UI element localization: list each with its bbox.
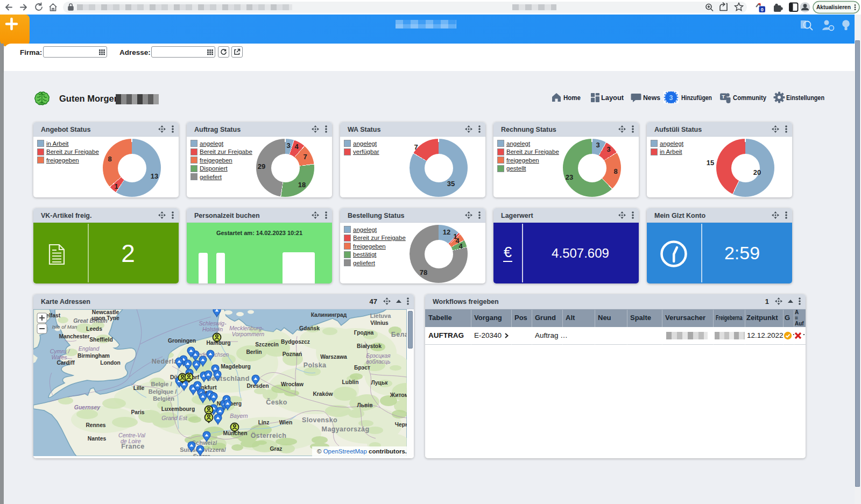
svg-text:Aktualisieren: Aktualisieren [816, 4, 851, 10]
svg-text:London: London [100, 360, 121, 366]
svg-text:T: T [722, 94, 725, 100]
svg-text:Isle of Man: Isle of Man [52, 324, 77, 330]
svg-text:Belgien: Belgien [153, 395, 174, 402]
svg-text:Vorpommern: Vorpommern [232, 331, 264, 337]
svg-text:© OpenStreetMap contributors.: © OpenStreetMap contributors. [317, 448, 407, 455]
svg-text:Sheffield: Sheffield [89, 337, 112, 343]
svg-text:Nantes: Nantes [88, 436, 107, 442]
svg-text:Newcastle: Newcastle [92, 309, 119, 315]
svg-text:Svizra: Svizra [193, 453, 211, 456]
svg-text:Luxembourg: Luxembourg [161, 406, 195, 412]
svg-text:Česko: Česko [266, 398, 287, 406]
svg-text:Belgie /: Belgie / [151, 381, 172, 387]
svg-text:England: England [79, 345, 100, 352]
svg-text:Cardiff: Cardiff [57, 360, 75, 366]
svg-text:Guernsey: Guernsey [74, 404, 101, 410]
svg-text:Layout: Layout [601, 94, 624, 102]
svg-text:Rennes: Rennes [86, 422, 105, 428]
svg-text:Калининград: Калининград [311, 312, 347, 318]
svg-text:Österreich: Österreich [251, 431, 287, 439]
svg-text:Grand Est: Grand Est [161, 415, 187, 421]
svg-text:Bydgoszcz: Bydgoszcz [281, 339, 310, 345]
svg-text:Białystok: Białystok [357, 343, 382, 349]
svg-text:3: 3 [669, 94, 673, 102]
svg-text:Луцьк: Луцьк [371, 380, 389, 386]
svg-text:Groningen: Groningen [168, 338, 196, 344]
svg-text:Vilnius: Vilnius [370, 320, 389, 326]
svg-text:Paris: Paris [131, 409, 144, 415]
svg-text:Magyarország: Magyarország [322, 425, 370, 433]
svg-text:Wrocław: Wrocław [281, 381, 304, 387]
svg-text:0: 0 [761, 7, 764, 12]
svg-text:Lietuva: Lietuva [370, 313, 391, 319]
svg-text:Manchester: Manchester [59, 333, 89, 339]
svg-text:Polska: Polska [304, 361, 327, 369]
svg-text:News: News [643, 94, 660, 102]
svg-text:Berlin: Berlin [246, 349, 262, 355]
svg-text:Holstein: Holstein [202, 326, 223, 332]
svg-text:Dresden: Dresden [246, 383, 269, 389]
svg-text:Community: Community [733, 94, 766, 102]
svg-text:de Loire: de Loire [121, 438, 141, 444]
svg-text:upon Tyne: upon Tyne [91, 315, 119, 321]
svg-text:Львів: Львів [357, 402, 372, 408]
svg-text:Gdańsk: Gdańsk [299, 325, 320, 331]
svg-text:Leeds: Leeds [86, 326, 102, 332]
svg-text:Гродна: Гродна [354, 330, 374, 336]
svg-text:Бела: Бела [391, 331, 407, 338]
svg-text:Poznań: Poznań [283, 351, 302, 357]
svg-text:Graz: Graz [270, 446, 283, 452]
svg-text:Slovensko: Slovensko [302, 416, 337, 424]
svg-text:Wien: Wien [279, 420, 293, 425]
svg-text:Deutschland: Deutschland [207, 375, 249, 382]
svg-text:Житом: Житом [390, 392, 407, 398]
svg-text:Lublin: Lublin [342, 379, 359, 385]
svg-text:Linz: Linz [258, 420, 270, 425]
svg-text:Birmingham: Birmingham [77, 353, 110, 359]
svg-text:Hinzufügen: Hinzufügen [681, 94, 712, 102]
svg-text:Черні: Черні [395, 422, 407, 428]
svg-text:Warszawa: Warszawa [320, 354, 347, 360]
svg-text:Lille: Lille [133, 385, 145, 391]
svg-text:Bayern: Bayern [230, 413, 248, 419]
svg-text:Magdeburg: Magdeburg [221, 364, 251, 370]
svg-text:Home: Home [563, 94, 581, 102]
svg-text:Belgique /: Belgique / [149, 388, 177, 395]
svg-text:Брэст: Брэст [354, 365, 370, 371]
svg-text:Kraków: Kraków [313, 391, 333, 397]
svg-text:Szczecin: Szczecin [255, 342, 279, 347]
svg-text:вобласць: вобласць [366, 358, 390, 365]
svg-text:Schweiz/: Schweiz/ [192, 439, 217, 446]
svg-text:Einstellungen: Einstellungen [786, 94, 824, 102]
